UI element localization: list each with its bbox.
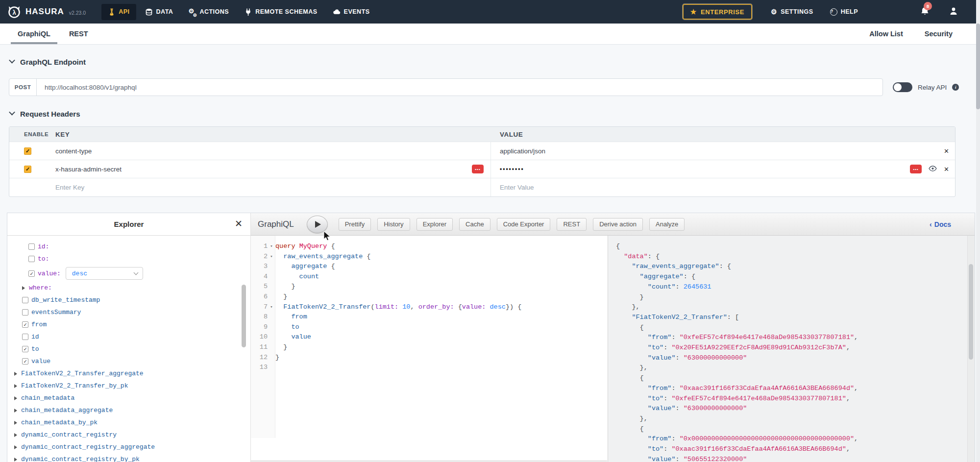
expand-arrow-icon[interactable] — [22, 286, 25, 290]
toolbar-button-explorer[interactable]: Explorer — [416, 218, 453, 231]
header-key-input[interactable]: content-type — [55, 147, 92, 155]
query-line: 10 value — [251, 332, 607, 342]
explorer-item-label[interactable]: eventsSummary — [31, 309, 81, 316]
response-scrollbar[interactable] — [969, 264, 973, 360]
explorer-item-label[interactable]: where: — [29, 284, 52, 292]
settings-button[interactable]: ⚙ SETTINGS — [771, 8, 813, 16]
toolbar-button-code-exporter[interactable]: Code Exporter — [497, 218, 551, 231]
explorer-item-label[interactable]: dynamic_contract_registry_aggregate — [21, 443, 155, 451]
allow-list-link[interactable]: Allow List — [869, 30, 903, 38]
graphql-endpoint-title: GraphQL Endpoint — [20, 58, 86, 66]
remove-header-button[interactable]: ✕ — [944, 166, 949, 173]
explorer-checkbox[interactable]: ✓ — [22, 358, 28, 365]
explorer-item-label[interactable]: from — [31, 321, 47, 328]
nav-item-remote-schemas[interactable]: REMOTE SCHEMAS — [238, 4, 323, 20]
explorer-scrollbar[interactable] — [242, 285, 246, 347]
header-key-input[interactable]: x-hasura-admin-secret — [55, 166, 122, 173]
nav-item-api[interactable]: API — [101, 4, 136, 20]
enterprise-button[interactable]: ★ ENTERPRISE — [683, 4, 752, 20]
response-line: }, — [616, 414, 858, 424]
line-number: 4 — [251, 272, 268, 282]
explorer-title: Explorer — [114, 220, 144, 228]
endpoint-url-input[interactable]: http://localhost:8080/v1/graphql — [37, 79, 882, 96]
response-line: } — [616, 292, 858, 303]
security-link[interactable]: Security — [925, 30, 953, 38]
explorer-item-label[interactable]: id: — [38, 243, 49, 250]
expand-arrow-icon[interactable] — [14, 384, 17, 388]
nav-item-events[interactable]: EVENTS — [327, 4, 376, 20]
toolbar-button-history[interactable]: History — [377, 218, 410, 231]
explorer-item-label[interactable]: value — [31, 358, 50, 365]
expand-arrow-icon[interactable] — [14, 458, 17, 462]
fold-arrow-icon[interactable]: ▾ — [268, 302, 275, 313]
header-enable-checkbox[interactable]: ✓ — [24, 147, 31, 155]
expand-arrow-icon[interactable] — [14, 372, 17, 376]
page-scrollbar[interactable] — [976, 24, 980, 109]
explorer-item-label[interactable]: dynamic_contract_registry — [21, 431, 117, 438]
tab-rest[interactable]: REST — [64, 24, 93, 44]
graphql-endpoint-section-header[interactable]: GraphQL Endpoint — [10, 58, 86, 66]
notifications-button[interactable]: 8 — [921, 6, 929, 18]
response-line: "data": { — [616, 252, 858, 262]
explorer-item: FiatTokenV2_2_Transfer_aggregate — [7, 367, 250, 380]
query-editor[interactable]: 1▾query MyQuery {2▾ raw_events_aggregate… — [251, 236, 607, 462]
explorer-item-label[interactable]: chain_metadata_aggregate — [21, 407, 113, 414]
expand-arrow-icon[interactable] — [14, 421, 17, 425]
endpoint-row: POST http://localhost:8080/v1/graphql — [9, 78, 883, 96]
explorer-checkbox[interactable] — [22, 297, 28, 303]
response-line: "from": "0xfeEF57c4f894e6417e468aDe98543… — [616, 333, 858, 343]
hasura-logo[interactable]: λ HASURA v2.23.0 — [7, 4, 86, 19]
explorer-item-label[interactable]: db_write_timestamp — [31, 296, 100, 304]
explorer-item-label[interactable]: to — [31, 345, 39, 353]
line-number: 9 — [251, 322, 268, 333]
expand-arrow-icon[interactable] — [14, 409, 17, 413]
expand-arrow-icon[interactable] — [14, 396, 17, 400]
explorer-item-label[interactable]: to: — [38, 255, 49, 263]
toolbar-button-analyze[interactable]: Analyze — [649, 218, 685, 231]
new-header-key-input[interactable]: Enter Key — [55, 184, 84, 191]
request-headers-section-header[interactable]: Request Headers — [10, 110, 80, 118]
fold-arrow-icon[interactable]: ▾ — [268, 252, 275, 262]
expand-arrow-icon[interactable] — [14, 433, 17, 437]
close-icon[interactable]: ✕ — [235, 218, 243, 229]
explorer-checkbox[interactable]: ✓ — [22, 321, 28, 328]
explorer-item-label[interactable]: id — [31, 333, 39, 340]
nav-item-data[interactable]: DATA — [139, 4, 180, 20]
explorer-checkbox[interactable]: ✓ — [22, 346, 28, 352]
order-by-select[interactable]: desc — [66, 267, 143, 280]
explorer-checkbox[interactable] — [22, 334, 28, 340]
header-enable-checkbox[interactable]: ✓ — [24, 166, 31, 173]
help-button[interactable]: ? HELP — [830, 8, 858, 16]
explorer-item: ✓to — [7, 343, 250, 355]
explorer-item-label[interactable]: chain_metadata — [21, 394, 74, 402]
tab-graphiql[interactable]: GraphiQL — [13, 24, 55, 44]
explorer-checkbox[interactable] — [22, 309, 28, 316]
header-value-input[interactable]: •••••••• — [500, 166, 524, 172]
info-icon[interactable]: i — [952, 84, 959, 91]
docs-link[interactable]: ‹ Docs — [930, 220, 951, 228]
user-menu-button[interactable] — [950, 7, 957, 17]
explorer-checkbox[interactable]: ✓ — [28, 270, 35, 277]
explorer-checkbox[interactable] — [28, 256, 35, 262]
explorer-item-label[interactable]: chain_metadata_by_pk — [21, 419, 98, 426]
hasura-logo-icon: λ — [7, 4, 22, 19]
explorer-checkbox[interactable] — [28, 243, 35, 250]
new-header-value-input[interactable]: Enter Value — [500, 184, 534, 191]
explorer-item-label[interactable]: FiatTokenV2_2_Transfer_by_pk — [21, 382, 128, 389]
explorer-item-label[interactable]: value: — [38, 270, 61, 277]
remove-header-button[interactable]: ✕ — [944, 147, 949, 155]
header-row: ✓x-hasura-admin-secret••••••••••••••✕ — [9, 160, 955, 178]
eye-icon[interactable] — [929, 166, 937, 173]
fold-arrow-icon[interactable]: ▾ — [268, 242, 275, 252]
toolbar-button-prettify[interactable]: Prettify — [339, 218, 371, 231]
toolbar-button-rest[interactable]: REST — [557, 218, 587, 231]
top-nav: λ HASURA v2.23.0 APIDATA⚙⚙ACTIONSREMOTE … — [0, 0, 980, 24]
expand-arrow-icon[interactable] — [14, 445, 17, 449]
header-value-input[interactable]: application/json — [500, 147, 545, 155]
relay-api-toggle[interactable] — [893, 82, 912, 92]
toolbar-button-derive-action[interactable]: Derive action — [593, 218, 643, 231]
explorer-item-label[interactable]: dynamic_contract_registry_by_pk — [21, 456, 140, 462]
nav-item-actions[interactable]: ⚙⚙ACTIONS — [182, 4, 235, 20]
explorer-item-label[interactable]: FiatTokenV2_2_Transfer_aggregate — [21, 370, 144, 377]
toolbar-button-cache[interactable]: Cache — [459, 218, 490, 231]
